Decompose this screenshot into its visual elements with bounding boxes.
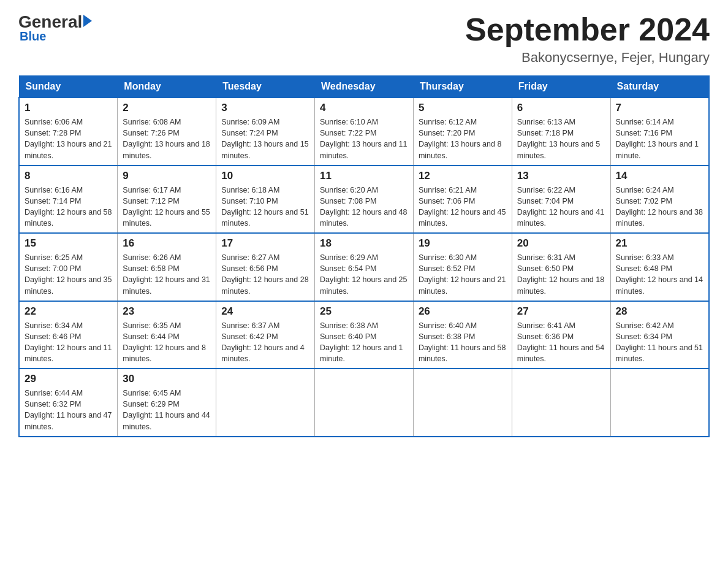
day-number: 28 xyxy=(616,305,703,318)
logo: General Blue xyxy=(18,12,92,44)
day-info: Sunrise: 6:31 AM Sunset: 6:50 PM Dayligh… xyxy=(517,252,605,297)
calendar-day-cell xyxy=(512,369,610,437)
calendar-day-cell xyxy=(413,369,512,437)
day-number: 15 xyxy=(25,237,112,250)
calendar-day-cell: 15 Sunrise: 6:25 AM Sunset: 7:00 PM Dayl… xyxy=(19,233,118,301)
calendar-day-cell: 13 Sunrise: 6:22 AM Sunset: 7:04 PM Dayl… xyxy=(512,166,610,234)
calendar-day-cell: 17 Sunrise: 6:27 AM Sunset: 6:56 PM Dayl… xyxy=(216,233,315,301)
day-number: 16 xyxy=(123,237,211,250)
calendar-day-cell: 1 Sunrise: 6:06 AM Sunset: 7:28 PM Dayli… xyxy=(19,98,118,166)
calendar-week-row: 8 Sunrise: 6:16 AM Sunset: 7:14 PM Dayli… xyxy=(19,166,709,234)
day-number: 3 xyxy=(221,102,309,114)
day-number: 12 xyxy=(419,170,507,182)
day-number: 27 xyxy=(517,305,605,318)
day-number: 11 xyxy=(320,170,408,182)
calendar-day-cell: 16 Sunrise: 6:26 AM Sunset: 6:58 PM Dayl… xyxy=(118,233,216,301)
weekday-header-sunday: Sunday xyxy=(19,76,118,98)
calendar-table: SundayMondayTuesdayWednesdayThursdayFrid… xyxy=(18,75,710,437)
calendar-day-cell: 23 Sunrise: 6:35 AM Sunset: 6:44 PM Dayl… xyxy=(118,301,216,369)
calendar-day-cell: 27 Sunrise: 6:41 AM Sunset: 6:36 PM Dayl… xyxy=(512,301,610,369)
calendar-day-cell: 26 Sunrise: 6:40 AM Sunset: 6:38 PM Dayl… xyxy=(413,301,512,369)
weekday-header-wednesday: Wednesday xyxy=(315,76,414,98)
day-number: 29 xyxy=(25,373,112,385)
title-area: September 2024 Bakonycsernye, Fejer, Hun… xyxy=(465,12,710,66)
day-number: 17 xyxy=(221,237,309,250)
calendar-day-cell: 6 Sunrise: 6:13 AM Sunset: 7:18 PM Dayli… xyxy=(512,98,610,166)
day-number: 26 xyxy=(419,305,507,318)
day-number: 5 xyxy=(419,102,507,114)
calendar-day-cell xyxy=(610,369,709,437)
day-info: Sunrise: 6:45 AM Sunset: 6:29 PM Dayligh… xyxy=(123,388,211,432)
day-info: Sunrise: 6:13 AM Sunset: 7:18 PM Dayligh… xyxy=(517,117,605,161)
calendar-day-cell: 8 Sunrise: 6:16 AM Sunset: 7:14 PM Dayli… xyxy=(19,166,118,234)
day-number: 2 xyxy=(123,102,211,114)
day-info: Sunrise: 6:17 AM Sunset: 7:12 PM Dayligh… xyxy=(123,185,211,229)
day-number: 4 xyxy=(320,102,408,114)
calendar-day-cell xyxy=(315,369,414,437)
day-number: 23 xyxy=(123,305,211,318)
calendar-day-cell: 3 Sunrise: 6:09 AM Sunset: 7:24 PM Dayli… xyxy=(216,98,315,166)
calendar-week-row: 22 Sunrise: 6:34 AM Sunset: 6:46 PM Dayl… xyxy=(19,301,709,369)
day-info: Sunrise: 6:30 AM Sunset: 6:52 PM Dayligh… xyxy=(419,252,507,297)
weekday-header-tuesday: Tuesday xyxy=(216,76,315,98)
weekday-header-saturday: Saturday xyxy=(610,76,709,98)
day-info: Sunrise: 6:22 AM Sunset: 7:04 PM Dayligh… xyxy=(517,185,605,229)
calendar-day-cell: 10 Sunrise: 6:18 AM Sunset: 7:10 PM Dayl… xyxy=(216,166,315,234)
day-info: Sunrise: 6:14 AM Sunset: 7:16 PM Dayligh… xyxy=(616,117,703,161)
calendar-day-cell: 5 Sunrise: 6:12 AM Sunset: 7:20 PM Dayli… xyxy=(413,98,512,166)
day-info: Sunrise: 6:40 AM Sunset: 6:38 PM Dayligh… xyxy=(419,320,507,365)
calendar-day-cell: 29 Sunrise: 6:44 AM Sunset: 6:32 PM Dayl… xyxy=(19,369,118,437)
day-info: Sunrise: 6:09 AM Sunset: 7:24 PM Dayligh… xyxy=(221,117,309,161)
calendar-day-cell: 25 Sunrise: 6:38 AM Sunset: 6:40 PM Dayl… xyxy=(315,301,414,369)
day-info: Sunrise: 6:27 AM Sunset: 6:56 PM Dayligh… xyxy=(221,252,309,297)
day-info: Sunrise: 6:12 AM Sunset: 7:20 PM Dayligh… xyxy=(419,117,507,161)
day-number: 19 xyxy=(419,237,507,250)
page-header: General Blue September 2024 Bakonycserny… xyxy=(18,12,710,66)
calendar-day-cell: 11 Sunrise: 6:20 AM Sunset: 7:08 PM Dayl… xyxy=(315,166,414,234)
day-number: 8 xyxy=(25,170,112,182)
day-info: Sunrise: 6:26 AM Sunset: 6:58 PM Dayligh… xyxy=(123,252,211,297)
calendar-day-cell: 24 Sunrise: 6:37 AM Sunset: 6:42 PM Dayl… xyxy=(216,301,315,369)
calendar-day-cell: 19 Sunrise: 6:30 AM Sunset: 6:52 PM Dayl… xyxy=(413,233,512,301)
day-info: Sunrise: 6:08 AM Sunset: 7:26 PM Dayligh… xyxy=(123,117,211,161)
day-info: Sunrise: 6:33 AM Sunset: 6:48 PM Dayligh… xyxy=(616,252,703,297)
day-info: Sunrise: 6:34 AM Sunset: 6:46 PM Dayligh… xyxy=(25,320,112,365)
calendar-day-cell: 20 Sunrise: 6:31 AM Sunset: 6:50 PM Dayl… xyxy=(512,233,610,301)
day-info: Sunrise: 6:16 AM Sunset: 7:14 PM Dayligh… xyxy=(25,185,112,229)
day-info: Sunrise: 6:10 AM Sunset: 7:22 PM Dayligh… xyxy=(320,117,408,161)
day-number: 20 xyxy=(517,237,605,250)
month-title: September 2024 xyxy=(465,12,710,47)
day-number: 10 xyxy=(221,170,309,182)
day-info: Sunrise: 6:29 AM Sunset: 6:54 PM Dayligh… xyxy=(320,252,408,297)
calendar-day-cell: 7 Sunrise: 6:14 AM Sunset: 7:16 PM Dayli… xyxy=(610,98,709,166)
day-info: Sunrise: 6:25 AM Sunset: 7:00 PM Dayligh… xyxy=(25,252,112,297)
day-number: 25 xyxy=(320,305,408,318)
calendar-week-row: 29 Sunrise: 6:44 AM Sunset: 6:32 PM Dayl… xyxy=(19,369,709,437)
calendar-week-row: 1 Sunrise: 6:06 AM Sunset: 7:28 PM Dayli… xyxy=(19,98,709,166)
day-number: 7 xyxy=(616,102,703,114)
weekday-header-thursday: Thursday xyxy=(413,76,512,98)
day-info: Sunrise: 6:35 AM Sunset: 6:44 PM Dayligh… xyxy=(123,320,211,365)
calendar-day-cell: 22 Sunrise: 6:34 AM Sunset: 6:46 PM Dayl… xyxy=(19,301,118,369)
day-info: Sunrise: 6:20 AM Sunset: 7:08 PM Dayligh… xyxy=(320,185,408,229)
day-info: Sunrise: 6:38 AM Sunset: 6:40 PM Dayligh… xyxy=(320,320,408,365)
day-info: Sunrise: 6:24 AM Sunset: 7:02 PM Dayligh… xyxy=(616,185,703,229)
calendar-week-row: 15 Sunrise: 6:25 AM Sunset: 7:00 PM Dayl… xyxy=(19,233,709,301)
day-info: Sunrise: 6:06 AM Sunset: 7:28 PM Dayligh… xyxy=(25,117,112,161)
calendar-day-cell xyxy=(216,369,315,437)
day-info: Sunrise: 6:21 AM Sunset: 7:06 PM Dayligh… xyxy=(419,185,507,229)
day-info: Sunrise: 6:44 AM Sunset: 6:32 PM Dayligh… xyxy=(25,388,112,432)
day-number: 18 xyxy=(320,237,408,250)
calendar-day-cell: 14 Sunrise: 6:24 AM Sunset: 7:02 PM Dayl… xyxy=(610,166,709,234)
calendar-day-cell: 4 Sunrise: 6:10 AM Sunset: 7:22 PM Dayli… xyxy=(315,98,414,166)
day-number: 21 xyxy=(616,237,703,250)
day-info: Sunrise: 6:37 AM Sunset: 6:42 PM Dayligh… xyxy=(221,320,309,365)
day-number: 13 xyxy=(517,170,605,182)
day-number: 9 xyxy=(123,170,211,182)
day-info: Sunrise: 6:41 AM Sunset: 6:36 PM Dayligh… xyxy=(517,320,605,365)
calendar-day-cell: 28 Sunrise: 6:42 AM Sunset: 6:34 PM Dayl… xyxy=(610,301,709,369)
calendar-day-cell: 9 Sunrise: 6:17 AM Sunset: 7:12 PM Dayli… xyxy=(118,166,216,234)
calendar-day-cell: 12 Sunrise: 6:21 AM Sunset: 7:06 PM Dayl… xyxy=(413,166,512,234)
day-number: 30 xyxy=(123,373,211,385)
calendar-day-cell: 21 Sunrise: 6:33 AM Sunset: 6:48 PM Dayl… xyxy=(610,233,709,301)
